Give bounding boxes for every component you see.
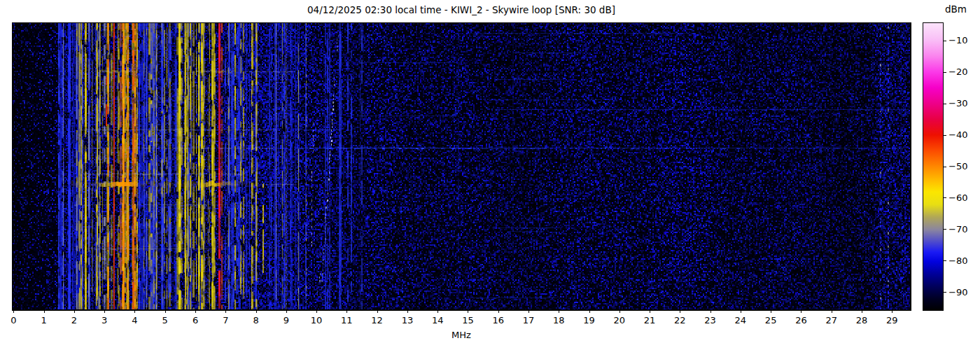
colorbar-tick-mark	[944, 197, 946, 198]
x-tick-label: 6	[186, 315, 204, 326]
colorbar-tick-mark	[944, 292, 946, 293]
x-tick-label: 9	[277, 315, 295, 326]
x-tick-mark	[195, 310, 196, 313]
x-tick-label: 27	[822, 315, 841, 326]
plot-area	[12, 22, 911, 311]
x-tick-mark	[104, 310, 105, 313]
x-tick-mark	[892, 310, 892, 313]
x-tick-mark	[377, 310, 378, 313]
x-tick-label: 2	[65, 315, 83, 326]
x-tick-mark	[74, 310, 75, 313]
x-tick-mark	[468, 310, 468, 313]
x-tick-label: 23	[701, 315, 720, 326]
x-tick-label: 26	[792, 315, 810, 326]
x-tick-mark	[165, 310, 166, 313]
colorbar-tick-mark	[944, 72, 946, 73]
x-tick-mark	[316, 310, 317, 313]
x-tick-mark	[256, 310, 257, 313]
x-tick-mark	[771, 310, 771, 313]
x-tick-label: 17	[519, 315, 538, 326]
x-tick-label: 10	[307, 315, 326, 326]
x-tick-label: 11	[337, 315, 356, 326]
x-tick-label: 22	[671, 315, 689, 326]
x-tick-mark	[225, 310, 226, 313]
x-tick-mark	[346, 310, 347, 313]
spectrogram-figure: 04/12/2025 02:30 local time - KIWI_2 - S…	[0, 0, 980, 350]
x-tick-mark	[589, 310, 590, 313]
colorbar-tick-label: −90	[948, 287, 967, 298]
colorbar-tick-label: −70	[948, 224, 967, 234]
colorbar	[923, 22, 944, 311]
x-tick-mark	[650, 310, 650, 313]
colorbar-tick-mark	[944, 135, 946, 136]
plot-title: 04/12/2025 02:30 local time - KIWI_2 - S…	[13, 4, 910, 15]
x-tick-label: 15	[458, 315, 477, 326]
x-tick-mark	[862, 310, 862, 313]
colorbar-tick-label: −20	[948, 66, 967, 77]
colorbar-tick-mark	[944, 41, 946, 41]
x-tick-label: 28	[853, 315, 871, 326]
colorbar-tick-mark	[944, 260, 946, 261]
x-tick-label: 4	[125, 315, 144, 326]
x-tick-label: 3	[95, 315, 113, 326]
x-tick-label: 29	[883, 315, 901, 326]
x-tick-mark	[801, 310, 802, 313]
colorbar-tick-label: −40	[948, 130, 967, 140]
x-tick-mark	[44, 310, 45, 313]
x-tick-mark	[407, 310, 408, 313]
x-tick-mark	[559, 310, 559, 313]
x-tick-mark	[528, 310, 529, 313]
x-tick-mark	[134, 310, 135, 313]
x-tick-label: 25	[762, 315, 780, 326]
x-tick-label: 18	[550, 315, 568, 326]
colorbar-tick-label: −10	[948, 35, 967, 46]
x-tick-label: 8	[247, 315, 265, 326]
colorbar-tick-label: −50	[948, 161, 967, 172]
x-tick-label: 5	[156, 315, 174, 326]
colorbar-tick-label: −30	[948, 98, 967, 108]
x-tick-label: 16	[489, 315, 507, 326]
x-tick-label: 14	[428, 315, 447, 326]
colorbar-tick-label: −60	[948, 192, 967, 203]
x-tick-label: 0	[4, 315, 22, 326]
x-tick-label: 1	[35, 315, 53, 326]
x-tick-mark	[286, 310, 287, 313]
x-tick-label: 19	[580, 315, 598, 326]
colorbar-tick-label: −80	[948, 255, 967, 266]
x-tick-label: 7	[216, 315, 234, 326]
x-tick-mark	[438, 310, 438, 313]
x-tick-mark	[13, 310, 14, 313]
colorbar-tick-mark	[944, 104, 946, 104]
colorbar-title: dBm	[945, 4, 967, 15]
x-tick-mark	[498, 310, 499, 313]
x-axis-label: MHz	[13, 330, 910, 340]
x-tick-label: 13	[398, 315, 416, 326]
colorbar-tick-mark	[944, 167, 946, 167]
x-tick-mark	[620, 310, 620, 313]
x-tick-mark	[741, 310, 741, 313]
x-tick-label: 20	[610, 315, 629, 326]
x-tick-label: 21	[640, 315, 659, 326]
x-tick-mark	[832, 310, 832, 313]
spectrogram-canvas	[13, 23, 910, 309]
x-tick-mark	[710, 310, 711, 313]
colorbar-tick-mark	[944, 229, 946, 230]
x-tick-label: 12	[368, 315, 386, 326]
x-tick-mark	[680, 310, 680, 313]
x-tick-label: 24	[732, 315, 750, 326]
